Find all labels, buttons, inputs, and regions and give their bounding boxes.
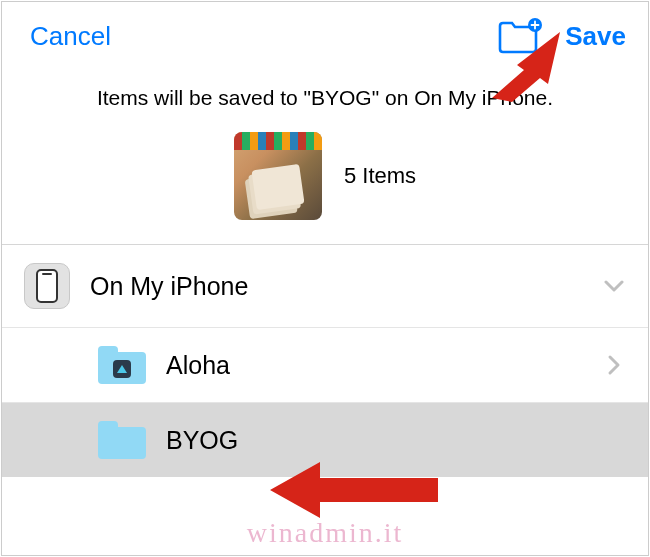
preview-row: 5 Items <box>32 132 618 220</box>
chevron-down-icon <box>602 279 626 293</box>
toolbar-actions: Save <box>497 17 626 55</box>
save-button[interactable]: Save <box>565 21 626 52</box>
location-label: Aloha <box>166 351 582 380</box>
cancel-button[interactable]: Cancel <box>30 21 111 52</box>
location-folder-aloha[interactable]: Aloha <box>2 327 648 402</box>
toolbar: Cancel Save <box>2 2 648 70</box>
folder-icon <box>98 421 146 459</box>
location-folder-byog[interactable]: BYOG <box>2 402 648 477</box>
location-list: On My iPhone Aloha BYOG <box>2 245 648 477</box>
info-section: Items will be saved to "BYOG" on On My i… <box>2 70 648 244</box>
location-label: On My iPhone <box>90 272 582 301</box>
chevron-right-icon <box>602 354 626 376</box>
destination-message: Items will be saved to "BYOG" on On My i… <box>32 86 618 110</box>
new-folder-icon[interactable] <box>497 17 543 55</box>
items-thumbnail <box>234 132 322 220</box>
location-label: BYOG <box>166 426 582 455</box>
items-count-label: 5 Items <box>344 163 416 189</box>
folder-icon <box>98 346 146 384</box>
iphone-icon <box>24 263 70 309</box>
location-on-my-iphone[interactable]: On My iPhone <box>2 245 648 327</box>
save-to-files-sheet: Cancel Save Items will be saved to "BYOG… <box>1 1 649 556</box>
watermark: winadmin.it <box>247 517 404 549</box>
